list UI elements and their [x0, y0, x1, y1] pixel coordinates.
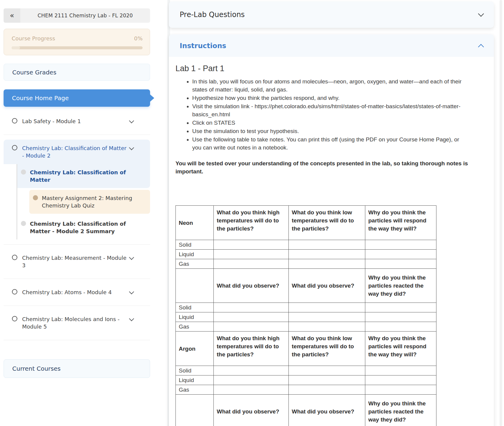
chevron-down-icon[interactable]	[129, 255, 134, 260]
table-cell-question-why: Why do you think the particles will resp…	[365, 332, 436, 366]
chevron-down-icon[interactable]	[129, 118, 134, 123]
sidebar-module-atoms[interactable]: Chemistry Lab: Atoms - Module 4	[4, 284, 150, 301]
notes-table: Neon What do you think high temperatures…	[175, 205, 436, 426]
instruction-item: Click on STATES	[192, 119, 470, 127]
course-progress-label: Course Progress	[12, 35, 55, 42]
main-content: Pre-Lab Questions Instructions Lab 1 - P…	[169, 0, 494, 426]
table-cell-state: Gas	[176, 322, 214, 332]
table-cell-blank	[365, 259, 436, 269]
table-cell-question-why: Why do you think the particles will resp…	[365, 206, 436, 240]
table-cell-state: Gas	[176, 385, 214, 395]
table-row-observe: What did you observe? What did you obser…	[176, 395, 436, 426]
table-cell-observe: What did you observe?	[214, 269, 289, 303]
module-label: Chemistry Lab: Classification of Matter …	[22, 144, 127, 159]
sidebar-module-classification-group: Chemistry Lab: Classification of Matter …	[4, 140, 150, 239]
table-cell-blank	[289, 303, 365, 312]
table-cell-blank	[214, 366, 289, 375]
chevron-down-icon[interactable]	[129, 316, 134, 321]
table-cell-blank	[176, 395, 214, 426]
module-status-circle-icon	[12, 145, 17, 150]
lab-part-title: Lab 1 - Part 1	[175, 64, 485, 73]
table-cell-blank	[289, 322, 365, 332]
table-cell-why-react: Why do you think the particles reacted t…	[365, 395, 436, 426]
chevron-up-icon[interactable]	[478, 44, 484, 50]
progress-bar-fill	[12, 46, 20, 49]
item-status-dot-icon	[21, 170, 26, 175]
instructions-body: Lab 1 - Part 1 In this lab, you will foc…	[169, 57, 494, 426]
table-row-argon-header: Argon What do you think high temperature…	[176, 332, 436, 366]
sidebar-item-module-2-summary[interactable]: Chemistry Lab: Classification of Matter …	[17, 216, 150, 239]
table-cell-blank	[214, 250, 289, 259]
module-status-circle-icon	[12, 316, 17, 321]
instructions-header[interactable]: Instructions	[169, 34, 494, 57]
table-row-gas: Gas	[176, 385, 436, 395]
divider	[4, 340, 150, 340]
table-row-liquid: Liquid	[176, 375, 436, 385]
instruction-item: In this lab, you will focus on four atom…	[192, 77, 470, 94]
table-cell-blank	[289, 259, 365, 269]
course-progress-card: Course Progress 0%	[4, 29, 150, 55]
table-cell-observe: What did you observe?	[289, 269, 365, 303]
table-row-solid: Solid	[176, 303, 436, 312]
sidebar-item-mastery-assignment-2[interactable]: Mastery Assignment 2: Mastering Chemistr…	[29, 190, 150, 214]
table-cell-observe: What did you observe?	[289, 395, 365, 426]
table-row-gas: Gas	[176, 322, 436, 332]
course-home-page-button[interactable]: Course Home Page	[4, 89, 150, 107]
divider	[4, 135, 150, 135]
sidebar-item-classification-of-matter[interactable]: Chemistry Lab: Classification of Matter	[17, 164, 150, 188]
table-cell-blank	[176, 269, 214, 303]
table-cell-blank	[214, 375, 289, 385]
table-cell-blank	[365, 366, 436, 375]
course-title: CHEM 2111 Chemistry Lab - FL 2020	[20, 13, 150, 19]
instruction-item: Visit the simulation link - https://phet…	[192, 102, 470, 118]
table-row-gas: Gas	[176, 259, 436, 269]
table-cell-blank	[289, 250, 365, 259]
module-children: Chemistry Lab: Classification of Matter …	[16, 164, 150, 239]
table-cell-blank	[365, 312, 436, 322]
chevron-down-icon[interactable]	[129, 289, 134, 294]
collapse-sidebar-button[interactable]: «	[4, 8, 20, 23]
table-cell-why-react: Why do you think the particles reacted t…	[365, 269, 436, 303]
sidebar-module-classification[interactable]: Chemistry Lab: Classification of Matter …	[4, 140, 150, 164]
table-cell-question-high: What do you think high temperatures will…	[214, 332, 289, 366]
table-cell-blank	[214, 240, 289, 250]
chevron-down-icon[interactable]	[129, 145, 134, 150]
course-grades-button[interactable]: Course Grades	[4, 64, 150, 81]
current-courses-button[interactable]: Current Courses	[4, 359, 150, 378]
table-cell-question-low: What do you think low temperatures will …	[289, 206, 365, 240]
table-cell-state: Liquid	[176, 375, 214, 385]
sidebar-module-molecules-ions[interactable]: Chemistry Lab: Molecules and Ions - Modu…	[4, 311, 150, 335]
instructions-title: Instructions	[180, 42, 479, 50]
table-row-liquid: Liquid	[176, 250, 436, 259]
table-cell-state: Solid	[176, 240, 214, 250]
table-cell-blank	[289, 312, 365, 322]
module-label: Chemistry Lab: Molecules and Ions - Modu…	[22, 315, 127, 330]
module-label: Chemistry Lab: Atoms - Module 4	[22, 288, 127, 296]
table-cell-state: Gas	[176, 259, 214, 269]
page-scrollbar[interactable]	[500, 0, 502, 426]
table-cell-element: Neon	[176, 206, 214, 240]
module-status-circle-icon	[12, 255, 17, 260]
prelab-questions-header[interactable]: Pre-Lab Questions	[169, 1, 494, 28]
instruction-item: Use the simulation to test your hypothes…	[192, 127, 470, 135]
item-label: Chemistry Lab: Classification of Matter	[30, 169, 135, 184]
divider	[4, 306, 150, 306]
sidebar-module-measurement[interactable]: Chemistry Lab: Measurement - Module 3	[4, 249, 150, 274]
table-cell-state: Liquid	[176, 312, 214, 322]
sidebar: « CHEM 2111 Chemistry Lab - FL 2020 Cour…	[0, 0, 155, 426]
module-status-circle-icon	[12, 289, 17, 294]
table-cell-blank	[365, 240, 436, 250]
table-cell-blank	[365, 303, 436, 312]
active-pointer-icon	[150, 94, 154, 102]
divider	[4, 279, 150, 279]
instructions-card: Instructions Lab 1 - Part 1 In this lab,…	[169, 34, 494, 426]
item-status-dot-icon	[21, 221, 26, 226]
course-progress-percent: 0%	[134, 35, 143, 42]
table-cell-observe: What did you observe?	[214, 395, 289, 426]
lms-course-page: « CHEM 2111 Chemistry Lab - FL 2020 Cour…	[0, 0, 504, 426]
sidebar-module-lab-safety[interactable]: Lab Safety - Module 1	[4, 113, 150, 130]
table-cell-state: Liquid	[176, 250, 214, 259]
chevron-down-icon[interactable]	[478, 11, 484, 17]
module-label: Lab Safety - Module 1	[22, 117, 127, 125]
table-cell-blank	[365, 375, 436, 385]
